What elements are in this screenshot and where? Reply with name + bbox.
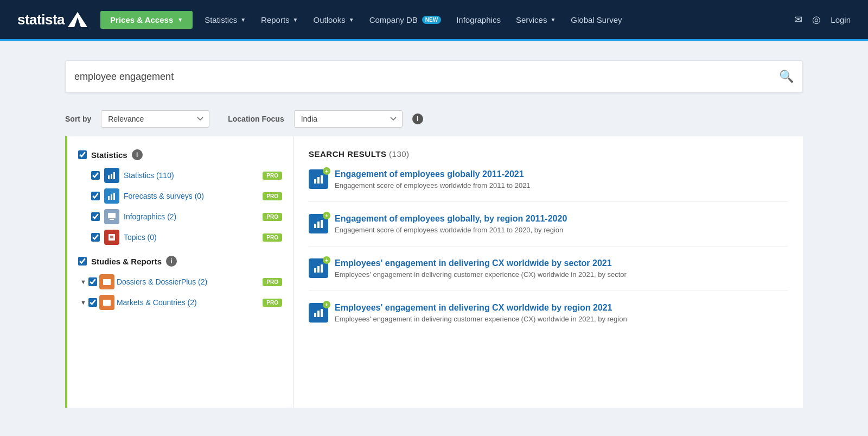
mail-icon[interactable]: ✉	[794, 14, 802, 26]
result-title-3[interactable]: Employees' engagement in delivering CX w…	[335, 258, 627, 268]
svg-rect-16	[314, 179, 316, 184]
markets-caret[interactable]: ▼	[80, 299, 86, 306]
dossiers-checkbox[interactable]	[88, 277, 97, 286]
topics-checkbox[interactable]	[91, 233, 100, 242]
results-count: (130)	[389, 149, 410, 159]
topics-icon	[104, 230, 119, 245]
sidebar-item-forecasts: Forecasts & surveys (0) PRO	[78, 188, 282, 204]
svg-rect-13	[103, 279, 106, 281]
sidebar-item-dossiers: ▼ Dossiers & DossierPlus (2) PRO	[78, 274, 282, 289]
statistics-icon	[104, 168, 119, 183]
result-plus-icon-3: +	[323, 256, 330, 264]
result-title-4[interactable]: Employees' engagement in delivering CX w…	[335, 303, 627, 313]
search-button[interactable]: 🔍	[779, 69, 794, 84]
filters-row: Sort by Relevance Date Popularity Locati…	[0, 104, 868, 136]
forecasts-label[interactable]: Forecasts & surveys (0)	[124, 192, 258, 200]
studies-section-checkbox[interactable]	[78, 257, 87, 266]
nav-company-db[interactable]: Company DB NEW	[362, 11, 449, 29]
markets-label[interactable]: Markets & Countries (2)	[117, 298, 260, 307]
company-db-badge: NEW	[422, 16, 441, 24]
markets-icon	[99, 295, 114, 310]
result-desc-1: Engagement score of employees worldwide …	[335, 181, 531, 189]
svg-rect-3	[113, 172, 115, 179]
sidebar-section-studies: Studies & Reports i ▼ Dossiers & Dossier…	[78, 256, 282, 310]
search-box: 🔍	[65, 60, 803, 93]
result-desc-4: Employees' engagement in delivering cust…	[335, 315, 627, 323]
nav-infographics[interactable]: Infographics	[449, 11, 508, 29]
result-icon-2: +	[309, 214, 328, 233]
svg-rect-26	[317, 311, 320, 317]
search-area: 🔍	[0, 41, 868, 104]
infographics-checkbox[interactable]	[91, 212, 100, 221]
topics-label[interactable]: Topics (0)	[124, 233, 258, 242]
result-item-4: + Employees' engagement in delivering CX…	[309, 303, 788, 335]
dossiers-label[interactable]: Dossiers & DossierPlus (2)	[117, 277, 260, 286]
sort-by-label: Sort by	[65, 115, 91, 123]
infographics-icon	[104, 209, 119, 224]
login-button[interactable]: Login	[831, 15, 851, 24]
statistics-info-icon[interactable]: i	[132, 149, 143, 160]
studies-info-icon[interactable]: i	[166, 256, 177, 267]
header: statista Prices & Access ▼ Statistics ▼ …	[0, 0, 868, 39]
infographics-label[interactable]: Infographics (2)	[124, 212, 258, 221]
svg-rect-17	[317, 177, 320, 184]
svg-marker-0	[68, 12, 87, 27]
svg-rect-21	[321, 220, 323, 228]
sidebar-section-statistics: Statistics i	[78, 149, 282, 160]
forecasts-checkbox[interactable]	[91, 192, 100, 200]
sidebar-item-markets: ▼ Markets & Countries (2) PRO	[78, 295, 282, 310]
svg-rect-7	[108, 213, 116, 218]
result-item-3: + Employees' engagement in delivering CX…	[309, 258, 788, 291]
sidebar-item-topics: Topics (0) PRO	[78, 230, 282, 245]
nav-global-survey[interactable]: Global Survey	[563, 11, 629, 29]
sidebar: Statistics i Statistics (110) PRO Foreca…	[65, 136, 293, 408]
sidebar-item-statistics: Statistics (110) PRO	[78, 168, 282, 183]
svg-rect-9	[108, 234, 115, 241]
nav-reports[interactable]: Reports ▼	[253, 11, 305, 29]
svg-rect-4	[108, 196, 110, 200]
svg-rect-6	[113, 193, 115, 200]
svg-rect-25	[314, 313, 316, 317]
location-info-icon[interactable]: i	[412, 113, 423, 124]
svg-rect-24	[321, 264, 323, 273]
header-right: ✉ ◎ Login	[794, 14, 851, 26]
svg-rect-27	[321, 309, 323, 317]
svg-rect-2	[111, 174, 112, 179]
nav-prices-access[interactable]: Prices & Access ▼	[100, 11, 193, 29]
result-desc-2: Engagement score of employees worldwide …	[335, 226, 567, 234]
result-content-4: Employees' engagement in delivering CX w…	[335, 303, 627, 323]
markets-checkbox[interactable]	[88, 298, 97, 307]
studies-section-title: Studies & Reports i	[78, 256, 282, 267]
statistics-checkbox[interactable]	[91, 171, 100, 180]
result-icon-3: +	[309, 258, 328, 278]
svg-rect-22	[314, 268, 316, 273]
logo[interactable]: statista	[17, 11, 87, 28]
result-title-1[interactable]: Engagement of employees globally 2011-20…	[335, 169, 531, 179]
svg-rect-20	[317, 222, 320, 228]
statistics-pro-badge: PRO	[263, 172, 282, 180]
dossiers-pro-badge: PRO	[263, 278, 282, 286]
result-plus-icon-4: +	[323, 301, 330, 308]
services-caret: ▼	[550, 17, 556, 23]
prices-access-caret: ▼	[177, 17, 183, 23]
nav-statistics[interactable]: Statistics ▼	[197, 11, 253, 29]
result-content-3: Employees' engagement in delivering CX w…	[335, 258, 627, 279]
search-input[interactable]	[74, 71, 779, 83]
svg-rect-23	[317, 266, 320, 273]
nav-outlooks[interactable]: Outlooks ▼	[306, 11, 362, 29]
nav-services[interactable]: Services ▼	[508, 11, 563, 29]
logo-icon	[68, 12, 87, 27]
statistics-label[interactable]: Statistics (110)	[124, 171, 258, 180]
result-item-2: + Engagement of employees globally, by r…	[309, 214, 788, 247]
location-focus-select[interactable]: India Global USA UK Germany	[294, 110, 403, 128]
location-icon[interactable]: ◎	[812, 14, 821, 26]
result-icon-4: +	[309, 303, 328, 323]
result-content-1: Engagement of employees globally 2011-20…	[335, 169, 531, 189]
dossiers-icon	[99, 274, 114, 289]
svg-rect-18	[321, 175, 323, 184]
sort-by-select[interactable]: Relevance Date Popularity	[101, 110, 209, 128]
logo-text: statista	[17, 11, 65, 28]
statistics-section-checkbox[interactable]	[78, 150, 87, 159]
dossiers-caret[interactable]: ▼	[80, 279, 86, 285]
result-title-2[interactable]: Engagement of employees globally, by reg…	[335, 214, 567, 224]
